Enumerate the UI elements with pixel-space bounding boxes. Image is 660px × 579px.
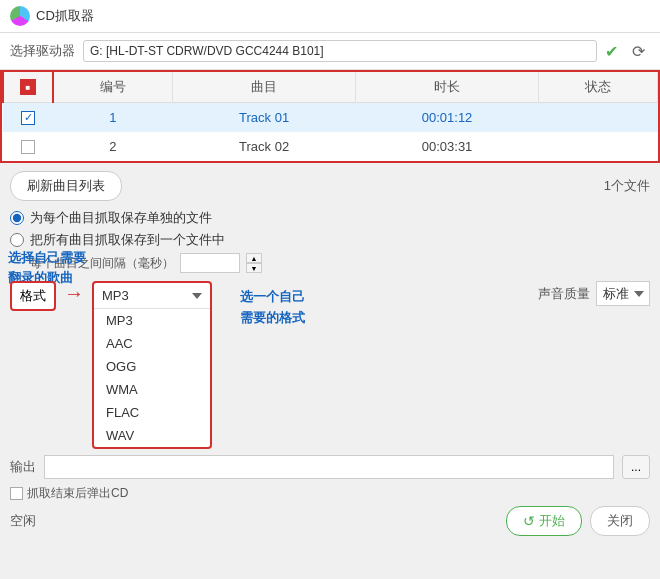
drive-status-icon: ✔ bbox=[605, 42, 618, 61]
start-button[interactable]: ↺ 开始 bbox=[506, 506, 582, 536]
row-duration-0: 00:01:12 bbox=[355, 103, 539, 133]
row-checkbox-cell-1 bbox=[3, 132, 53, 161]
radio-row-1: 为每个曲目抓取保存单独的文件 bbox=[10, 209, 650, 227]
format-option[interactable]: FLAC bbox=[94, 401, 210, 424]
output-label: 输出 bbox=[10, 458, 36, 476]
format-label-box[interactable]: 格式 bbox=[10, 281, 56, 311]
table-row[interactable]: 1Track 0100:01:12 bbox=[3, 103, 658, 133]
annotation-format: 选一个自己 需要的格式 bbox=[240, 287, 305, 329]
drive-select[interactable]: G: [HL-DT-ST CDRW/DVD GCC4244 B101] bbox=[83, 40, 597, 62]
format-selected-row[interactable]: MP3 bbox=[94, 283, 210, 309]
row-checkbox-1[interactable] bbox=[21, 140, 35, 154]
row-title-0: Track 01 bbox=[173, 103, 355, 133]
controls-section: 刷新曲目列表 1个文件 为每个曲目抓取保存单独的文件 把所有曲目抓取保存到一个文… bbox=[0, 163, 660, 544]
title-bar: CD抓取器 bbox=[0, 0, 660, 33]
radio-multi-file[interactable] bbox=[10, 233, 24, 247]
format-option[interactable]: MP3 bbox=[94, 309, 210, 332]
radio-multi-label: 把所有曲目抓取保存到一个文件中 bbox=[30, 231, 225, 249]
interval-input[interactable]: 3000 bbox=[180, 253, 240, 273]
interval-down[interactable]: ▼ bbox=[246, 263, 262, 273]
radio-single-label: 为每个曲目抓取保存单独的文件 bbox=[30, 209, 212, 227]
app-title: CD抓取器 bbox=[36, 7, 94, 25]
row-duration-1: 00:03:31 bbox=[355, 132, 539, 161]
format-arrow-icon: → bbox=[64, 282, 84, 305]
header-number: 编号 bbox=[53, 71, 173, 103]
status-label: 空闲 bbox=[10, 512, 36, 530]
status-row: 空闲 ↺ 开始 关闭 bbox=[10, 506, 650, 536]
close-button[interactable]: 关闭 bbox=[590, 506, 650, 536]
radio-group: 为每个曲目抓取保存单独的文件 把所有曲目抓取保存到一个文件中 每个曲目之间间隔（… bbox=[10, 209, 650, 273]
refresh-row: 刷新曲目列表 1个文件 bbox=[10, 171, 650, 201]
file-count: 1个文件 bbox=[604, 177, 650, 195]
header-checkbox-cell bbox=[3, 71, 53, 103]
table-row[interactable]: 2Track 0200:03:31 bbox=[3, 132, 658, 161]
format-option[interactable]: OGG bbox=[94, 355, 210, 378]
radio-row-2: 把所有曲目抓取保存到一个文件中 bbox=[10, 231, 650, 249]
refresh-button[interactable]: 刷新曲目列表 bbox=[10, 171, 122, 201]
drive-toolbar: 选择驱动器 G: [HL-DT-ST CDRW/DVD GCC4244 B101… bbox=[0, 33, 660, 70]
format-options-list: MP3AACOGGWMAFLACWAV bbox=[94, 309, 210, 447]
format-option[interactable]: WAV bbox=[94, 424, 210, 447]
drive-label: 选择驱动器 bbox=[10, 42, 75, 60]
quality-label: 声音质量 bbox=[538, 285, 590, 303]
eject-label: 抓取结束后弹出CD bbox=[27, 485, 128, 502]
track-table: 编号 曲目 时长 状态 1Track 0100:01:122Track 0200… bbox=[2, 70, 658, 161]
row-status-1 bbox=[539, 132, 658, 161]
start-icon: ↺ bbox=[523, 513, 535, 529]
header-status: 状态 bbox=[539, 71, 658, 103]
row-checkbox-0[interactable] bbox=[21, 111, 35, 125]
close-button-label: 关闭 bbox=[607, 513, 633, 528]
row-number-1: 2 bbox=[53, 132, 173, 161]
eject-row: 抓取结束后弹出CD bbox=[10, 485, 650, 502]
track-table-wrapper: 编号 曲目 时长 状态 1Track 0100:01:122Track 0200… bbox=[0, 70, 660, 163]
header-title: 曲目 bbox=[173, 71, 355, 103]
quality-select[interactable]: 标准 bbox=[596, 281, 650, 306]
header-checkbox[interactable] bbox=[20, 79, 36, 95]
interval-up[interactable]: ▲ bbox=[246, 253, 262, 263]
format-current-value: MP3 bbox=[102, 288, 192, 303]
row-checkbox-cell-0 bbox=[3, 103, 53, 133]
row-title-1: Track 02 bbox=[173, 132, 355, 161]
format-option[interactable]: WMA bbox=[94, 378, 210, 401]
output-row: 输出 versoft ... bbox=[10, 455, 650, 479]
eject-checkbox[interactable] bbox=[10, 487, 23, 500]
output-browse-button[interactable]: ... bbox=[622, 455, 650, 479]
output-input[interactable]: versoft bbox=[44, 455, 614, 479]
interval-spinner: ▲ ▼ bbox=[246, 253, 262, 273]
format-dropdown-arrow-icon bbox=[192, 293, 202, 299]
format-dropdown: MP3 MP3AACOGGWMAFLACWAV bbox=[92, 281, 212, 449]
drive-refresh-button[interactable]: ⟳ bbox=[626, 39, 650, 63]
row-status-0 bbox=[539, 103, 658, 133]
row-number-0: 1 bbox=[53, 103, 173, 133]
header-duration: 时长 bbox=[355, 71, 539, 103]
table-header-row: 编号 曲目 时长 状态 bbox=[3, 71, 658, 103]
interval-row: 每个曲目之间间隔（毫秒） 3000 ▲ ▼ bbox=[30, 253, 650, 273]
quality-section: 声音质量 标准 bbox=[538, 281, 650, 306]
format-option[interactable]: AAC bbox=[94, 332, 210, 355]
start-button-label: 开始 bbox=[539, 512, 565, 530]
radio-single-file[interactable] bbox=[10, 211, 24, 225]
format-label-text: 格式 bbox=[20, 288, 46, 303]
app-icon bbox=[10, 6, 30, 26]
action-buttons: ↺ 开始 关闭 bbox=[506, 506, 650, 536]
